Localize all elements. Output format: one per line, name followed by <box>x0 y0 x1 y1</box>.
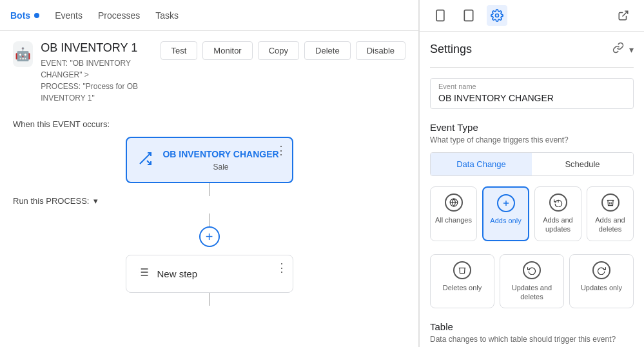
active-dot <box>34 13 39 18</box>
settings-header: Settings ▾ <box>430 42 634 57</box>
event-section-label: When this EVENT occurs: <box>13 119 405 129</box>
nav-item-events[interactable]: Events <box>55 1 83 30</box>
delete-button[interactable]: Delete <box>304 41 351 60</box>
add-step-container: + <box>13 226 405 255</box>
change-type-all[interactable]: All changes <box>430 186 477 241</box>
settings-title: Settings <box>430 43 472 56</box>
add-step-button[interactable]: + <box>199 226 220 247</box>
updates-deletes-icon <box>523 261 541 279</box>
event-shuffle-icon <box>137 151 153 170</box>
change-type-deletes-only[interactable]: Deletes only <box>430 254 494 309</box>
bot-subtitle-line1: EVENT: "OB INVENTORY CHANGER" > <box>41 57 160 81</box>
bot-icon: 🤖 <box>13 41 33 67</box>
change-type-grid-row1: All changes Adds only <box>430 186 634 241</box>
event-type-desc: What type of change triggers this event? <box>430 135 634 144</box>
bot-subtitle: EVENT: "OB INVENTORY CHANGER" > PROCESS:… <box>41 57 160 104</box>
svg-line-13 <box>623 11 628 16</box>
change-type-updates-deletes[interactable]: Updates and deletes <box>500 254 564 309</box>
connector-line-2 <box>209 213 210 226</box>
copy-button[interactable]: Copy <box>258 41 299 60</box>
new-step-list-icon <box>137 266 150 282</box>
tablet-view-icon[interactable] <box>458 5 479 26</box>
settings-icon[interactable] <box>487 5 507 26</box>
change-type-adds-updates[interactable]: Adds and updates <box>534 186 581 241</box>
settings-divider <box>430 67 634 68</box>
connector-line-3 <box>209 293 210 306</box>
all-changes-label: All changes <box>435 215 472 224</box>
external-link-icon[interactable] <box>613 5 634 26</box>
adds-updates-label: Adds and updates <box>539 215 577 234</box>
event-block-menu-icon[interactable]: ⋮ <box>275 143 287 157</box>
nav-item-tasks[interactable]: Tasks <box>155 1 179 30</box>
mobile-view-icon[interactable] <box>430 5 451 26</box>
table-title: Table <box>430 321 634 332</box>
new-step-block[interactable]: New step ⋮ <box>126 255 293 293</box>
bot-header: 🤖 OB INVENTORY 1 EVENT: "OB INVENTORY CH… <box>0 31 418 109</box>
monitor-button[interactable]: Monitor <box>202 41 252 60</box>
right-toolbar-icons <box>430 5 507 26</box>
event-type-tabs: Data Change Schedule <box>430 152 634 176</box>
event-type-title: Event Type <box>430 122 634 133</box>
connector-3 <box>13 293 405 306</box>
adds-deletes-label: Adds and deletes <box>591 215 629 234</box>
right-panel: Settings ▾ Event name Event Type <box>419 0 644 347</box>
process-label-text: Run this PROCESS: <box>13 196 90 206</box>
change-type-grid-row2: Deletes only Updates and deletes <box>430 254 634 309</box>
event-block[interactable]: OB INVENTORY CHANGER Sale ⋮ <box>126 137 293 183</box>
change-type-updates-only[interactable]: Updates only <box>569 254 634 309</box>
event-block-text: OB INVENTORY CHANGER Sale <box>161 148 282 172</box>
table-desc: Data changes to which table should trigg… <box>430 335 634 344</box>
adds-updates-icon <box>549 193 567 212</box>
event-type-group: Event Type What type of change triggers … <box>430 122 634 308</box>
adds-only-icon <box>497 194 515 212</box>
adds-only-label: Adds only <box>490 216 521 225</box>
change-type-adds-only[interactable]: Adds only <box>482 186 529 241</box>
bots-nav-logo[interactable]: Bots <box>10 10 39 21</box>
right-toolbar <box>420 0 644 32</box>
deletes-only-icon <box>453 261 471 279</box>
disable-button[interactable]: Disable <box>356 41 405 60</box>
change-type-adds-deletes[interactable]: Adds and deletes <box>587 186 634 241</box>
main-content: When this EVENT occurs: OB INVENTORY CHA… <box>0 109 418 347</box>
tab-data-change[interactable]: Data Change <box>431 153 532 175</box>
nav-item-processes[interactable]: Processes <box>98 1 140 30</box>
updates-deletes-label: Updates and deletes <box>504 283 560 302</box>
svg-point-12 <box>496 14 499 17</box>
updates-only-label: Updates only <box>581 283 622 292</box>
link-icon[interactable] <box>612 42 624 57</box>
left-panel: Bots Events Processes Tasks 🤖 OB INVENTO… <box>0 0 419 347</box>
settings-header-actions: ▾ <box>612 42 634 57</box>
bot-title: OB INVENTORY 1 <box>41 41 160 55</box>
table-group: Table Data changes to which table should… <box>430 321 634 347</box>
top-nav: Bots Events Processes Tasks <box>0 0 418 31</box>
bot-details: OB INVENTORY 1 EVENT: "OB INVENTORY CHAN… <box>41 41 160 104</box>
adds-deletes-icon <box>601 193 620 212</box>
process-dropdown-icon[interactable]: ▾ <box>93 196 98 206</box>
updates-only-icon <box>592 261 610 279</box>
all-changes-icon <box>445 193 463 212</box>
event-block-subtitle: Sale <box>161 163 282 172</box>
settings-panel: Settings ▾ Event name Event Type <box>420 32 644 347</box>
bot-info: 🤖 OB INVENTORY 1 EVENT: "OB INVENTORY CH… <box>13 41 161 104</box>
settings-dropdown-icon[interactable]: ▾ <box>629 45 634 55</box>
process-label: Run this PROCESS: ▾ <box>13 196 405 206</box>
test-button[interactable]: Test <box>161 41 198 60</box>
event-name-group: Event name <box>430 78 634 109</box>
new-step-label: New step <box>157 268 198 279</box>
bots-label: Bots <box>10 10 30 21</box>
connector-1 <box>13 183 405 196</box>
deletes-only-label: Deletes only <box>443 283 482 292</box>
new-step-menu-icon[interactable]: ⋮ <box>276 261 288 275</box>
event-name-label: Event name <box>438 83 625 90</box>
bot-actions: Test Monitor Copy Delete Disable <box>161 41 406 60</box>
bot-subtitle-line2: PROCESS: "Process for OB INVENTORY 1" <box>41 81 160 104</box>
event-name-input[interactable] <box>438 93 625 103</box>
event-block-title: OB INVENTORY CHANGER <box>161 148 282 160</box>
tab-schedule[interactable]: Schedule <box>532 153 633 175</box>
connector-line-1 <box>209 183 210 196</box>
connector-2 <box>13 213 405 226</box>
